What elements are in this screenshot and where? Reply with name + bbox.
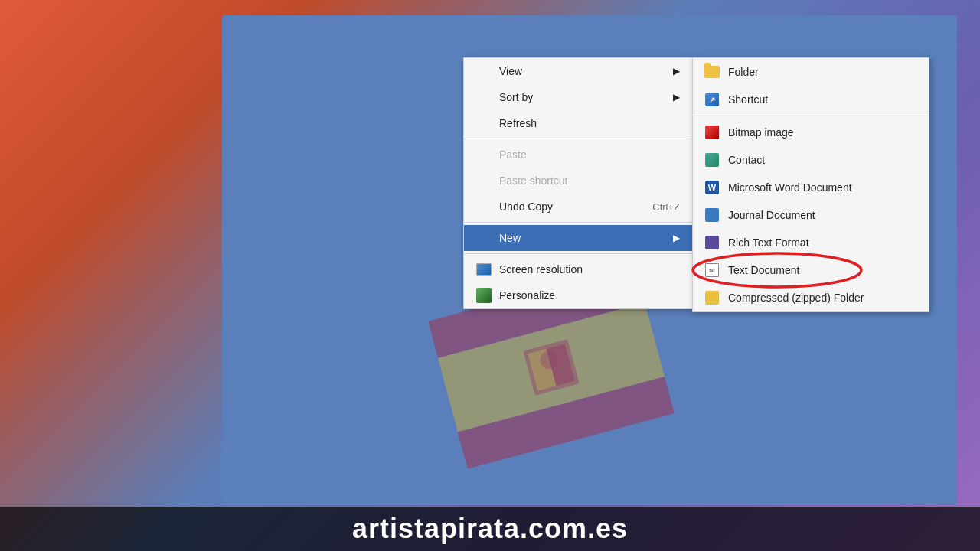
folder-icon bbox=[704, 64, 720, 80]
submenu-label-contact: Contact bbox=[728, 154, 765, 166]
submenu-label-text-document: Text Document bbox=[728, 264, 799, 276]
bottom-banner: artistapirata.com.es bbox=[0, 507, 980, 551]
separator-3 bbox=[464, 253, 692, 254]
submenu-label-shortcut: Shortcut bbox=[728, 93, 768, 106]
txt-icon: txt bbox=[704, 262, 720, 279]
menu-label-undo-copy: Undo Copy bbox=[499, 201, 553, 213]
view-arrow: ▶ bbox=[673, 66, 680, 77]
menu-label-sort-by: Sort by bbox=[499, 91, 533, 103]
refresh-icon bbox=[476, 116, 492, 131]
menu-item-paste-shortcut: Paste shortcut bbox=[464, 168, 692, 194]
personalize-icon bbox=[476, 288, 492, 303]
menu-label-refresh: Refresh bbox=[499, 117, 537, 129]
flag-watermark bbox=[444, 291, 658, 444]
submenu-label-journal: Journal Document bbox=[728, 209, 815, 221]
submenu-label-zip: Compressed (zipped) Folder bbox=[728, 292, 864, 304]
menu-item-personalize[interactable]: Personalize bbox=[464, 282, 692, 308]
sort-icon bbox=[476, 90, 492, 105]
shortcut-icon: ↗ bbox=[704, 91, 720, 108]
submenu-label-folder: Folder bbox=[728, 66, 759, 78]
submenu-item-rtf[interactable]: Rich Text Format bbox=[693, 229, 929, 256]
submenu-item-zip[interactable]: Compressed (zipped) Folder bbox=[693, 284, 929, 311]
undo-icon bbox=[476, 199, 492, 214]
menu-label-view: View bbox=[499, 65, 522, 77]
submenu-item-shortcut[interactable]: ↗ Shortcut bbox=[693, 86, 929, 113]
submenu-label-rtf: Rich Text Format bbox=[728, 236, 809, 249]
submenu-item-text-document[interactable]: txt Text Document bbox=[693, 256, 929, 284]
zip-icon bbox=[704, 289, 720, 306]
menu-item-paste: Paste bbox=[464, 142, 692, 168]
submenu-separator-1 bbox=[693, 116, 929, 116]
new-arrow: ▶ bbox=[673, 233, 680, 243]
sort-arrow: ▶ bbox=[673, 92, 680, 103]
menu-item-undo-copy[interactable]: Undo Copy Ctrl+Z bbox=[464, 194, 692, 220]
bottom-banner-text: artistapirata.com.es bbox=[352, 513, 628, 545]
view-icon bbox=[476, 64, 492, 79]
menu-item-sort-by[interactable]: Sort by ▶ bbox=[464, 84, 692, 110]
paste-shortcut-icon bbox=[476, 173, 492, 188]
submenu-item-folder[interactable]: Folder bbox=[693, 58, 929, 86]
rtf-icon bbox=[704, 234, 720, 251]
submenu-item-word[interactable]: W Microsoft Word Document bbox=[693, 174, 929, 201]
separator-2 bbox=[464, 222, 692, 223]
separator-1 bbox=[464, 139, 692, 139]
undo-shortcut: Ctrl+Z bbox=[652, 201, 680, 213]
desktop-area[interactable]: View ▶ Sort by ▶ Refresh Paste Paste sho… bbox=[222, 15, 957, 505]
new-icon bbox=[476, 230, 492, 246]
menu-item-refresh[interactable]: Refresh bbox=[464, 110, 692, 136]
journal-icon bbox=[704, 207, 720, 223]
submenu-item-journal[interactable]: Journal Document bbox=[693, 201, 929, 229]
menu-item-view[interactable]: View ▶ bbox=[464, 58, 692, 84]
menu-label-paste: Paste bbox=[499, 148, 527, 161]
contact-icon bbox=[704, 152, 720, 168]
context-menu: View ▶ Sort by ▶ Refresh Paste Paste sho… bbox=[463, 57, 693, 309]
bitmap-icon bbox=[704, 124, 720, 141]
menu-label-screen-resolution: Screen resolution bbox=[499, 263, 583, 276]
paste-icon bbox=[476, 147, 492, 162]
submenu-label-bitmap: Bitmap image bbox=[728, 126, 794, 139]
menu-item-screen-resolution[interactable]: Screen resolution bbox=[464, 256, 692, 282]
screen-resolution-icon bbox=[476, 262, 492, 277]
menu-label-paste-shortcut: Paste shortcut bbox=[499, 174, 568, 187]
submenu-new: Folder ↗ Shortcut Bitmap image Contact W bbox=[692, 57, 929, 312]
submenu-item-contact[interactable]: Contact bbox=[693, 146, 929, 174]
menu-label-new: New bbox=[499, 232, 521, 244]
submenu-item-bitmap[interactable]: Bitmap image bbox=[693, 119, 929, 146]
menu-item-new[interactable]: New ▶ bbox=[464, 225, 692, 251]
submenu-label-word: Microsoft Word Document bbox=[728, 181, 852, 194]
word-icon: W bbox=[704, 179, 720, 196]
menu-label-personalize: Personalize bbox=[499, 289, 555, 302]
